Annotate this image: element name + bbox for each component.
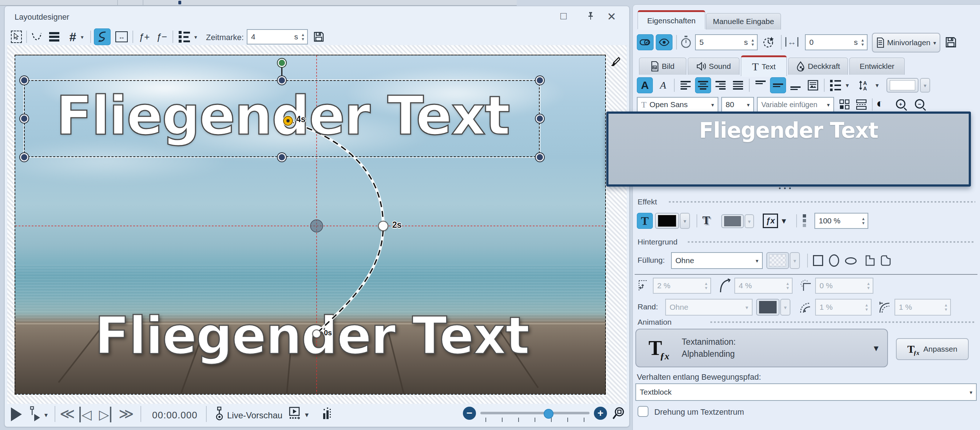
handle-top-right[interactable] <box>536 76 544 85</box>
rotation-handle[interactable] <box>278 59 286 67</box>
zoom-out-text-button[interactable]: − <box>915 99 924 109</box>
spin-up-icon[interactable]: ▲ <box>301 33 305 37</box>
textanimation-dropdown[interactable]: Tƒx Textanimation: Alphablending ▾ <box>635 329 888 367</box>
canvas-text-bottom[interactable]: Fliegender Text <box>70 306 554 366</box>
shape-oval-button[interactable] <box>845 257 857 265</box>
text-color-mode-button[interactable]: T <box>637 213 653 229</box>
shadow-t-icon[interactable]: T <box>702 214 710 227</box>
text-color-swatch[interactable] <box>886 78 918 93</box>
canvas-text-top[interactable]: Fliegender Text <box>30 85 536 147</box>
verhalten-dropdown[interactable]: Textblock ▾ <box>635 384 977 401</box>
zoom-fit-button[interactable] <box>612 407 625 420</box>
minivorlagen-button[interactable]: Minivorlagen ▾ <box>872 33 940 53</box>
spin-down-icon[interactable]: ▼ <box>861 43 865 46</box>
fuellung-color-swatch[interactable] <box>767 252 789 269</box>
save-path-button[interactable] <box>311 29 327 45</box>
spin-down-icon[interactable]: ▼ <box>301 38 305 41</box>
line-spacing-caret-icon[interactable]: ▾ <box>875 82 879 88</box>
rand-offset-spinner[interactable]: 1 % ▲▼ <box>894 299 951 316</box>
text-color-caret-button[interactable]: ▾ <box>920 78 930 93</box>
row-layout-button[interactable] <box>854 97 869 112</box>
shadow-color-caret-button[interactable]: ▾ <box>745 214 754 228</box>
handle-bottom-center[interactable] <box>278 153 286 161</box>
zoom-slider-handle[interactable] <box>544 409 554 419</box>
valign-bottom-button[interactable] <box>788 77 803 93</box>
save-properties-button[interactable] <box>942 34 959 50</box>
motion-path-tool-button[interactable] <box>94 29 111 45</box>
italic-button[interactable]: A <box>655 77 671 93</box>
tab-bild[interactable]: Bild <box>639 58 686 75</box>
drehung-checkbox-label[interactable]: Drehung um Textzentrum <box>654 408 744 417</box>
align-justify-button[interactable] <box>730 77 746 93</box>
font-family-dropdown[interactable]: T Open Sans ▾ <box>637 97 718 112</box>
zoom-in-button[interactable]: + <box>594 407 607 420</box>
handle-bottom-left[interactable] <box>20 153 29 161</box>
shape-polygon2-button[interactable] <box>881 254 892 267</box>
valign-top-button[interactable] <box>752 77 768 93</box>
remove-path-point-button[interactable]: ƒ− <box>154 29 170 45</box>
handle-mid-left[interactable] <box>20 114 29 123</box>
align-left-button[interactable] <box>678 77 694 93</box>
keyframe-4s[interactable] <box>283 116 293 126</box>
transform-frame-button[interactable]: ↔ <box>113 29 130 45</box>
visibility-button[interactable] <box>656 34 673 50</box>
step-forward-button[interactable]: ▷ <box>99 407 111 422</box>
play-button[interactable] <box>11 408 22 421</box>
center-anchor[interactable] <box>310 219 323 232</box>
fuellung-dropdown[interactable]: Ohne ▾ <box>671 252 763 269</box>
rewind-button[interactable]: ≪ <box>60 405 75 422</box>
drehung-checkbox[interactable] <box>638 406 649 417</box>
play-options-caret-icon[interactable]: ▾ <box>45 412 48 418</box>
editor-text[interactable]: Fliegender Text <box>608 118 969 143</box>
spin-up-icon[interactable]: ▲ <box>751 38 755 42</box>
handle-bottom-right[interactable] <box>536 153 544 161</box>
align-center-button[interactable] <box>695 77 711 93</box>
slide-canvas[interactable]: Fliegender Text Fliegender Text 4s 2s 0 <box>14 55 606 395</box>
maximize-button[interactable]: □ <box>560 10 566 22</box>
shape-polygon1-button[interactable] <box>865 254 875 267</box>
corner-radius-spinner[interactable]: 4 % ▲▼ <box>734 278 792 294</box>
text-fill-color-swatch[interactable] <box>655 213 679 229</box>
tab-sound[interactable]: Sound <box>688 58 740 75</box>
fx-caret-icon[interactable]: ▾ <box>782 216 786 225</box>
editor-drag-dots[interactable]: • • • <box>779 185 792 192</box>
keyframe-0s[interactable] <box>312 329 321 338</box>
performance-monitor-icon[interactable] <box>322 407 332 421</box>
grid-button[interactable]: # <box>65 29 80 45</box>
add-path-point-button[interactable]: ƒ+ <box>136 29 152 45</box>
keyframe-2s[interactable] <box>378 221 388 231</box>
play-from-marker-button[interactable] <box>29 406 41 422</box>
layers-button[interactable] <box>46 29 62 45</box>
align-right-button[interactable] <box>713 77 729 93</box>
edit-brush-icon[interactable] <box>608 57 620 69</box>
shadow-color-swatch[interactable] <box>721 214 744 228</box>
contrast-icon[interactable]: ◐ <box>876 96 884 110</box>
line-spacing-button[interactable]: AA <box>856 77 873 93</box>
link-toggle-button[interactable] <box>637 34 654 50</box>
zeitmarke-spinner[interactable]: 4 s ▲▼ <box>247 29 308 45</box>
rand-dropdown[interactable]: Ohne ▾ <box>665 299 752 316</box>
offset-spinner[interactable]: 0 s ▲▼ <box>805 34 867 50</box>
rand-color-swatch[interactable] <box>756 299 780 316</box>
close-icon[interactable]: ✕ <box>607 10 616 23</box>
fuellung-color-caret-button[interactable]: ▾ <box>790 252 800 269</box>
image-text-layout-button[interactable] <box>805 77 821 93</box>
handle-top-center[interactable] <box>278 76 286 85</box>
padding-spinner[interactable]: 2 % ▲▼ <box>653 278 711 294</box>
spin-up-icon[interactable]: ▲ <box>861 38 865 42</box>
list-button[interactable] <box>827 77 843 93</box>
spin-down-icon[interactable]: ▼ <box>861 222 865 225</box>
tab-deckkraft[interactable]: Deckkraft <box>788 58 848 75</box>
shape-rect-button[interactable] <box>813 255 823 266</box>
preview-display-caret-icon[interactable]: ▾ <box>305 411 309 418</box>
select-tool-button[interactable] <box>9 29 24 45</box>
list-caret-icon[interactable]: ▾ <box>846 82 849 88</box>
shape-ellipse-button[interactable] <box>829 254 839 267</box>
text-editor-overlay[interactable]: Fliegender Text <box>606 112 971 187</box>
keyframe-list-caret-icon[interactable]: ▾ <box>194 34 197 40</box>
live-preview-label[interactable]: Live-Vorschau <box>227 410 282 420</box>
block-layout-button[interactable] <box>837 97 852 112</box>
rand-width-spinner[interactable]: 1 % ▲▼ <box>815 299 872 316</box>
handle-mid-right[interactable] <box>536 114 544 123</box>
tab-text[interactable]: T Text <box>741 55 787 76</box>
